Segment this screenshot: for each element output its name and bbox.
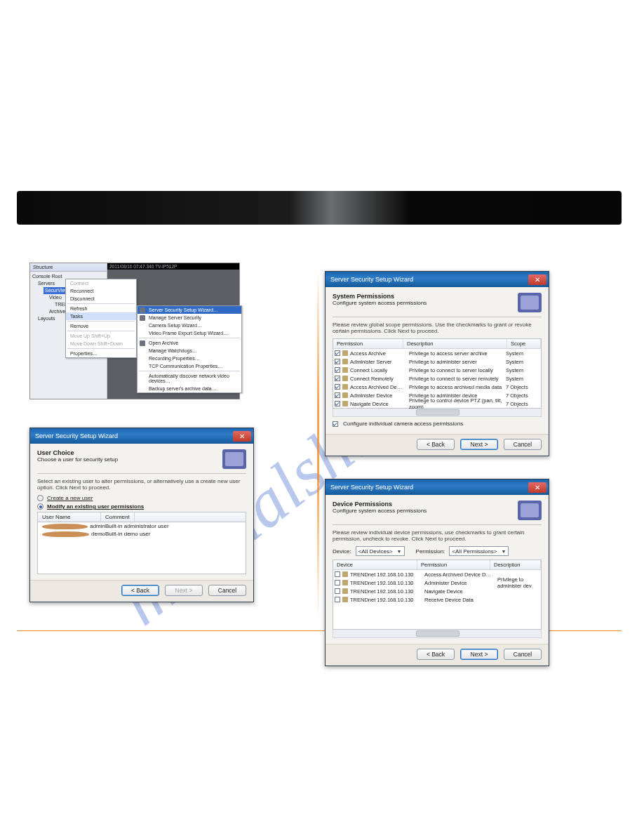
checkbox[interactable] [335,359,340,364]
permissions-table[interactable]: Permission Description Scope Access Arch… [333,338,542,409]
permission-icon [342,359,348,364]
col-scope[interactable]: Scope [507,339,541,348]
back-button[interactable]: < Back [417,649,455,660]
table-row[interactable]: Access Archived De…Privilege to access a… [333,383,541,391]
table-row[interactable]: adminBuilt-in administrator user [38,522,246,530]
wizard-heading: User Choice [37,449,118,456]
ctx-reconnect[interactable]: Reconnect [66,287,136,295]
wizard-graphic-icon [518,293,542,312]
checkbox[interactable] [335,392,340,398]
table-row[interactable]: demoBuilt-in demo user [38,530,246,538]
checkbox[interactable] [335,376,340,381]
ctx-connect[interactable]: Connect [66,279,136,287]
checkbox[interactable] [335,350,340,356]
table-row[interactable]: Connect RemotelyPrivilege to connect to … [333,374,541,383]
sub-video-frame-export[interactable]: Video Frame Export Setup Wizard… [137,329,241,337]
user-icon [42,531,89,537]
checkbox[interactable] [335,401,340,406]
ctx-disconnect[interactable]: Disconnect [66,295,136,303]
back-button[interactable]: < Back [417,439,455,450]
sub-recording-props[interactable]: Recording Properties… [137,355,241,362]
checkbox[interactable] [335,384,340,390]
structure-header: Structure [30,263,107,272]
table-header: Permission Description Scope [333,339,541,349]
table-row[interactable]: Connect LocallyPrivilege to connect to s… [333,366,541,374]
dialog-title: Server Security Setup Wizard [35,432,118,439]
titlebar: Server Security Setup Wizard ✕ [30,428,253,444]
permission-icon [342,376,348,381]
sub-manage-watchdogs[interactable]: Manage Watchdogs… [137,347,241,355]
sub-camera-wizard[interactable]: Camera Setup Wizard… [137,322,241,329]
horizontal-scrollbar[interactable] [333,409,542,417]
next-button[interactable]: Next > [165,585,203,596]
cancel-button[interactable]: Cancel [208,585,246,596]
device-filter-combo[interactable]: <All Devices>▼ [356,546,405,556]
permission-filter-combo[interactable]: <All Permissions>▼ [449,546,509,556]
device-permissions-table[interactable]: Device Permission Description TRENDnet 1… [333,560,542,630]
ctx-remove[interactable]: Remove [66,322,136,330]
horizontal-scrollbar[interactable] [333,630,542,638]
cancel-button[interactable]: Cancel [504,649,542,660]
table-row[interactable]: TRENDnet 192.168.10.130Receive Device Da… [333,595,541,604]
table-row[interactable]: Access ArchivePrivilege to access server… [333,349,541,357]
col-permission[interactable]: Permission [417,560,490,569]
titlebar: Server Security Setup Wizard ✕ [326,272,549,287]
checkbox-individual-label: Configure individual camera access permi… [343,421,463,427]
dialog-system-permissions: Server Security Setup Wizard ✕ System Pe… [325,271,549,456]
table-row[interactable]: Navigate DevicePrivilege to control devi… [333,399,541,408]
ctx-move-up: Move Up Shift+Up [66,332,136,340]
close-icon[interactable]: ✕ [233,431,251,442]
col-comment[interactable]: Comment [101,512,135,522]
col-user-name[interactable]: User Name [38,512,101,522]
context-menu: Connect Reconnect Disconnect Refresh Tas… [65,279,137,358]
instruction-text: Please review global scope permissions. … [333,322,542,334]
sub-open-archive[interactable]: Open Archive [137,339,241,347]
checkbox[interactable] [335,597,340,602]
checkbox[interactable] [335,571,340,577]
sub-security-wizard[interactable]: Server Security Setup Wizard… [137,306,241,314]
wizard-subheading: Configure system access permissions [333,300,427,306]
checkbox[interactable] [335,588,340,594]
col-device[interactable]: Device [333,560,417,569]
close-icon[interactable]: ✕ [528,274,546,285]
instruction-text: Select an existing user to alter permiss… [37,478,246,491]
users-table[interactable]: adminBuilt-in administrator user demoBui… [37,522,246,574]
ctx-refresh[interactable]: Refresh [66,305,136,312]
next-button[interactable]: Next > [460,649,498,660]
ctx-tasks[interactable]: Tasks [66,312,136,320]
option-modify-user-label: Modify an existing user permissions [47,503,144,510]
checkbox-individual[interactable] [333,421,338,427]
permission-icon [342,367,348,373]
sub-tcp-props[interactable]: TCP Communication Properties… [137,362,241,370]
col-permission[interactable]: Permission [333,339,403,348]
wizard-graphic-icon [222,449,246,469]
option-create-user-label: Create a new user [47,495,93,501]
cancel-button[interactable]: Cancel [504,439,542,450]
sub-backup-archive[interactable]: Backup server's archive data… [137,385,241,392]
submenu-tasks: Server Security Setup Wizard… Manage Ser… [137,305,242,393]
col-description[interactable]: Description [490,560,541,569]
dialog-user-choice: Server Security Setup Wizard ✕ User Choi… [29,428,254,602]
back-button[interactable]: < Back [121,585,159,596]
radio-icon [37,495,43,501]
wizard-heading: Device Permissions [333,501,427,508]
col-description[interactable]: Description [403,339,507,348]
permission-filter-label: Permission: [416,548,445,555]
table-row[interactable]: Administer ServerPrivilege to administer… [333,357,541,366]
video-overlay-bar: 2011/08/16 07:47.340 TV-IP512P [107,263,239,270]
close-icon[interactable]: ✕ [528,482,546,493]
option-create-user[interactable]: Create a new user [37,495,246,501]
sub-manage-security[interactable]: Manage Server Security [137,314,241,322]
checkbox[interactable] [335,367,340,373]
table-row[interactable]: TRENDnet 192.168.10.130Administer Device… [333,578,541,587]
wizard-heading: System Permissions [333,293,427,300]
checkbox[interactable] [335,580,340,585]
dialog-title: Server Security Setup Wizard [330,484,413,491]
chevron-down-icon: ▼ [501,549,506,554]
option-modify-user[interactable]: Modify an existing user permissions [37,503,246,510]
ctx-properties[interactable]: Properties… [66,350,136,357]
next-button[interactable]: Next > [460,439,498,450]
device-icon [342,588,348,594]
sub-auto-discover[interactable]: Automatically discover network video dev… [137,372,241,385]
device-icon [342,571,348,577]
